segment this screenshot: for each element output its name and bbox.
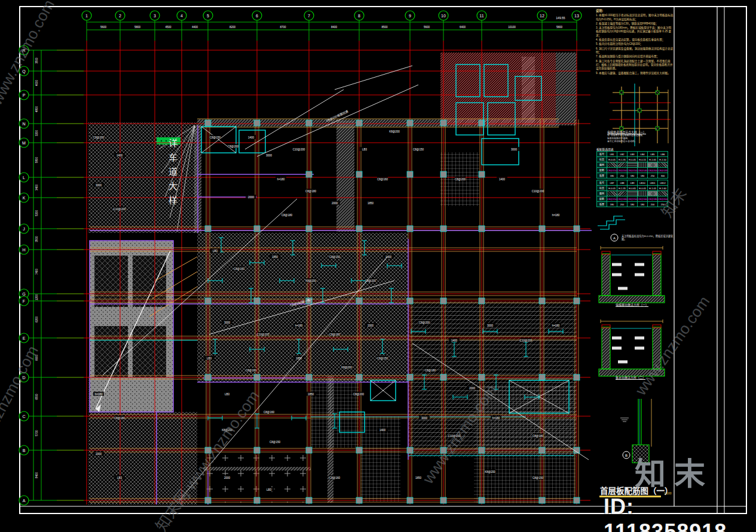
table-cell <box>648 162 658 168</box>
label-chip: C8@160 <box>246 369 256 372</box>
detail1-caption: 电梯井道周边节点大样（一） <box>607 130 646 134</box>
label-chip: 1850 <box>272 256 278 259</box>
grid-bubble-label: 13 <box>574 14 579 18</box>
table-cell: C8@150 <box>607 168 617 173</box>
label-chip: C8@200 <box>353 393 364 396</box>
table-cell: C8@160 <box>638 196 648 202</box>
pit-label <box>635 263 644 266</box>
label-chip: C10@200 <box>114 208 126 211</box>
label-chip: C8@150 <box>210 136 221 139</box>
table-row-header: 配筋 <box>597 168 607 173</box>
label-chip: LB3 <box>117 476 123 479</box>
column-square <box>539 226 545 232</box>
notes-lines: 1. 本图±0.000相当于绝对标高详见总说明，图中未注明板面标高均为H-0.0… <box>596 14 674 75</box>
dim-text: 5800 <box>35 156 38 163</box>
label-chip: C8@160 <box>329 476 340 479</box>
grid-bubble-label: 7 <box>308 14 310 18</box>
detail-node <box>656 91 659 94</box>
table-cell <box>617 191 628 196</box>
slab-region <box>311 378 359 448</box>
table-cell: H-0.65 <box>628 186 638 191</box>
grid-bubble-label: E <box>23 336 26 340</box>
grid-bubble-label: K <box>23 196 26 200</box>
grid-bubble-label: 11 <box>479 14 483 18</box>
grid-bubble-label: P <box>23 93 26 97</box>
label-chip: 3000 <box>96 184 102 187</box>
drawing-sheet: C8@150C8@20014003000C10@200h=180C8@18020… <box>0 0 756 532</box>
column-square <box>440 171 446 177</box>
grid-bubble-label: 6 <box>256 14 258 18</box>
dim-text: 3500 <box>35 236 38 242</box>
label-chip: 2000 <box>469 387 476 390</box>
column-square <box>407 120 413 126</box>
ramp-detail-label: 详车道大样 <box>166 139 179 210</box>
label-chip: K8@200 <box>485 471 495 473</box>
dim-text: 5800 <box>556 26 563 29</box>
table-cell <box>607 191 617 196</box>
label-chip: 1400 <box>379 429 386 432</box>
table-cell: LB11 <box>648 180 658 186</box>
table-cell: 180 <box>638 202 648 207</box>
table-cell <box>658 162 668 168</box>
table-cell: LB9 <box>628 180 638 186</box>
elevation-text: 149.55 <box>556 16 565 20</box>
column-square <box>539 497 545 503</box>
column-square <box>356 171 362 177</box>
column-square <box>574 497 580 503</box>
section-mark-label: B <box>625 454 628 457</box>
table-row-header: 标高 <box>597 186 607 191</box>
label-chip: LB3 <box>225 393 230 396</box>
table-cell: LB4 <box>638 152 648 157</box>
note-line: 7. 板面附加钢筋与受力钢筋同向时应错开搭接布置； <box>596 55 674 59</box>
dim-text: 5800 <box>134 26 141 29</box>
label-chip: C8@160 <box>234 267 244 270</box>
column-square <box>574 374 580 380</box>
column-square <box>574 226 580 232</box>
table-cell: 180 <box>607 173 617 179</box>
table-cell: 180 <box>638 173 648 179</box>
column-square <box>356 226 362 232</box>
column-square <box>407 226 413 232</box>
label-chip: LB3 <box>213 250 218 253</box>
column-square <box>306 226 312 232</box>
table-cell: H-1.35 <box>617 157 628 162</box>
grid-bubble-label: M <box>22 141 26 145</box>
note-line: 8. 施工时各专业预留孔洞必须配合土建一次预留，不得事后凿打；楼板上后砌隔墙处板… <box>596 60 674 71</box>
note-line: 9. 本图应与建施、设备图配合施工，预埋件详见相关大样图。 <box>596 72 674 75</box>
column-square <box>254 374 260 380</box>
table-cell: LB6 <box>658 152 668 157</box>
column-square <box>479 298 485 304</box>
column-square <box>479 447 485 453</box>
label-chip: C8@180 <box>114 417 125 420</box>
label-chip: C8@180 <box>305 190 316 193</box>
label-chip: 2000 <box>368 324 374 327</box>
dim-text: 6200 <box>35 316 38 322</box>
dim-text: 1200 <box>35 294 38 300</box>
grid-bubble-label: 10 <box>441 14 446 18</box>
column-square <box>306 120 312 126</box>
pit-wall <box>602 327 610 369</box>
column-square <box>440 226 446 232</box>
column-square <box>205 120 211 126</box>
table-cell: H-0.05 <box>638 186 648 191</box>
label-chip: h=180 <box>552 214 560 217</box>
pit-label <box>635 273 644 276</box>
label-chip: h=180 <box>95 393 103 396</box>
grid-bubble-label: B <box>23 448 26 453</box>
label-chip: h=180 <box>492 417 500 420</box>
label-chip: 1850 <box>308 393 314 396</box>
label-chip: K8@200 <box>341 366 352 369</box>
grid-bubble-label: N <box>22 122 25 126</box>
pit-label <box>635 347 644 350</box>
column-square <box>407 171 413 177</box>
brand-logo: 知末 <box>635 449 714 494</box>
shaft-rect <box>239 130 265 153</box>
grid-bubble-label: 3 <box>154 14 156 18</box>
table-row-header: 板厚 <box>597 202 607 207</box>
table-row-header: 配筋 <box>597 196 607 202</box>
table-cell: C8@135 <box>658 168 668 173</box>
label-chip: LB3 <box>362 148 368 151</box>
label-chip: LB3 <box>207 357 212 360</box>
label-chip: h=180 <box>295 324 303 327</box>
column-square <box>440 374 446 380</box>
